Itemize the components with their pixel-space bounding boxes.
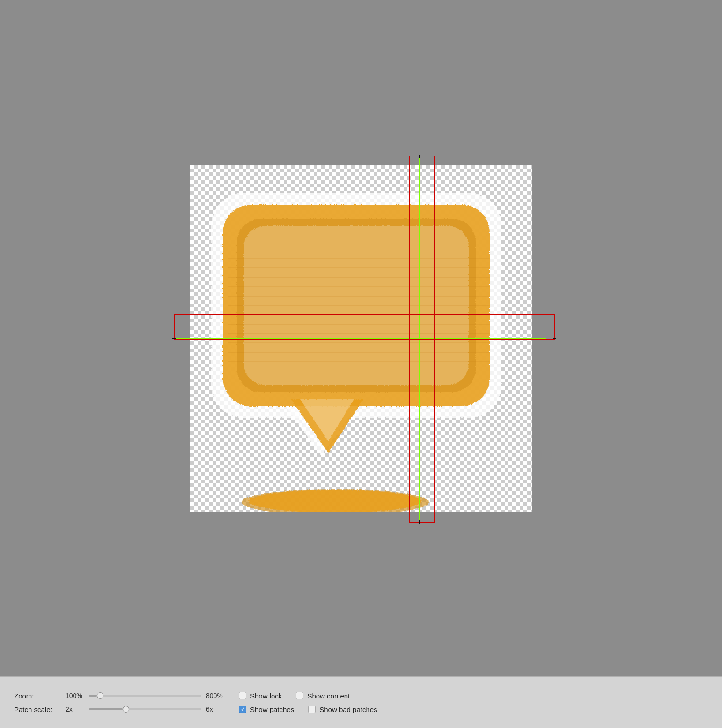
show-patches-group: Show patches — [239, 706, 294, 713]
red-rect-vertical — [409, 156, 435, 523]
patch-scale-label: Patch scale: — [14, 706, 66, 713]
svg-point-8 — [249, 490, 422, 512]
patch-max-value: 6x — [206, 706, 225, 713]
image-container — [190, 165, 532, 512]
zoom-max-value: 800% — [206, 692, 225, 699]
patch-slider-thumb[interactable] — [123, 706, 129, 713]
show-content-label: Show content — [307, 692, 350, 700]
patch-slider-container: 2x 6x — [66, 706, 225, 713]
patch-slider-fill — [89, 708, 123, 710]
tick-top — [419, 155, 420, 158]
zoom-slider-thumb[interactable] — [97, 692, 103, 699]
zoom-slider-fill — [89, 695, 97, 697]
show-lock-checkbox[interactable] — [239, 692, 246, 699]
show-content-group: Show content — [296, 692, 350, 700]
show-patches-label: Show patches — [250, 706, 294, 713]
canvas-area — [0, 0, 722, 676]
show-bad-patches-group: Show bad patches — [308, 706, 377, 713]
show-bad-patches-checkbox[interactable] — [308, 706, 316, 713]
patch-min-value: 2x — [66, 706, 84, 713]
zoom-label: Zoom: — [14, 692, 66, 700]
tick-left — [172, 338, 176, 339]
show-content-checkbox[interactable] — [296, 692, 303, 699]
tick-bottom — [419, 520, 420, 524]
zoom-min-value: 100% — [66, 692, 84, 699]
tick-right — [553, 338, 556, 339]
toolbar: Zoom: 100% 800% Show lock Show content P… — [0, 676, 722, 728]
patch-slider-track[interactable] — [89, 708, 201, 710]
red-rect-horizontal — [174, 314, 555, 340]
show-patches-checkbox[interactable] — [239, 706, 246, 713]
show-bad-patches-label: Show bad patches — [319, 706, 377, 713]
show-lock-label: Show lock — [250, 692, 282, 700]
show-lock-group: Show lock — [239, 692, 282, 700]
toolbar-row-patch: Patch scale: 2x 6x Show patches Show bad… — [14, 706, 708, 713]
toolbar-row-zoom: Zoom: 100% 800% Show lock Show content — [14, 692, 708, 700]
zoom-slider-track[interactable] — [89, 695, 201, 697]
zoom-slider-container: 100% 800% — [66, 692, 225, 699]
